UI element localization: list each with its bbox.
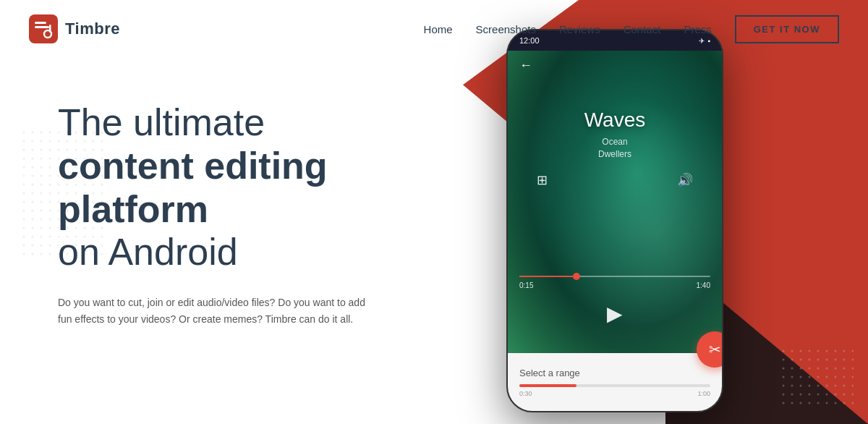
range-bar[interactable] (519, 384, 710, 387)
volume-icon[interactable]: 🔊 (677, 172, 693, 188)
nav-screenshots[interactable]: Screenshots (476, 23, 536, 35)
track-artist: Ocean Dwellers (508, 136, 722, 161)
svg-rect-0 (29, 14, 58, 43)
range-start: 0:30 (519, 390, 532, 397)
svg-rect-4 (49, 25, 51, 33)
progress-bar[interactable]: 0:15 1:40 (519, 276, 710, 289)
phone-screen: ← Waves Ocean Dwellers ⊞ 🔊 (508, 51, 722, 355)
get-it-now-button[interactable]: GET IT NOW (735, 15, 839, 43)
hero-description: Do you want to cut, join or edit audio/v… (58, 294, 376, 327)
hero-title-line4: on Android (58, 231, 238, 273)
svg-rect-2 (35, 26, 49, 28)
svg-rect-1 (35, 22, 46, 24)
track-info: Waves Ocean Dwellers ⊞ 🔊 (508, 80, 722, 188)
progress-dot (573, 273, 580, 280)
nav-reviews[interactable]: Reviews (559, 23, 600, 35)
dot-pattern-right (781, 349, 854, 410)
hero-title: The ultimate content editing platform on… (58, 101, 420, 274)
back-arrow-icon[interactable]: ← (519, 58, 532, 73)
bookmark-icon[interactable]: ⊞ (537, 172, 548, 188)
play-button[interactable]: ▶ (607, 302, 623, 326)
range-end: 1:00 (697, 390, 710, 397)
time-labels: 0:15 1:40 (519, 281, 710, 289)
hero-title-bold: content editing platform (58, 145, 420, 232)
nav-press[interactable]: Press (684, 23, 711, 35)
nav-home[interactable]: Home (424, 23, 453, 35)
phone-mockup: 12:00 ✈ ▪ ← Waves Ocean Dwellers (506, 29, 738, 420)
progress-fill (519, 276, 576, 277)
phone-bottom-bar: Select a range 0:30 1:00 (508, 353, 722, 411)
current-time: 0:15 (519, 281, 533, 289)
nav-links: Home Screenshots Reviews Contact Press G… (424, 15, 839, 43)
total-time: 1:40 (697, 281, 710, 289)
nav-contact[interactable]: Contact (624, 23, 661, 35)
select-range-label: Select a range (519, 368, 710, 378)
hero-title-line1: The ultimate (58, 101, 265, 143)
track-controls: ⊞ 🔊 (508, 172, 722, 188)
logo-icon (29, 14, 58, 43)
brand-name: Timbre (65, 20, 120, 38)
navbar: Timbre Home Screenshots Reviews Contact … (0, 0, 868, 58)
hero-left: The ultimate content editing platform on… (0, 58, 420, 327)
range-time-labels: 0:30 1:00 (519, 390, 710, 397)
track-name: Waves (508, 109, 722, 132)
progress-track (519, 276, 710, 277)
range-fill (519, 384, 576, 387)
phone-device: 12:00 ✈ ▪ ← Waves Ocean Dwellers (506, 29, 723, 412)
hero-section: The ultimate content editing platform on… (0, 58, 868, 424)
svg-rect-8 (781, 349, 854, 407)
logo[interactable]: Timbre (29, 14, 120, 43)
